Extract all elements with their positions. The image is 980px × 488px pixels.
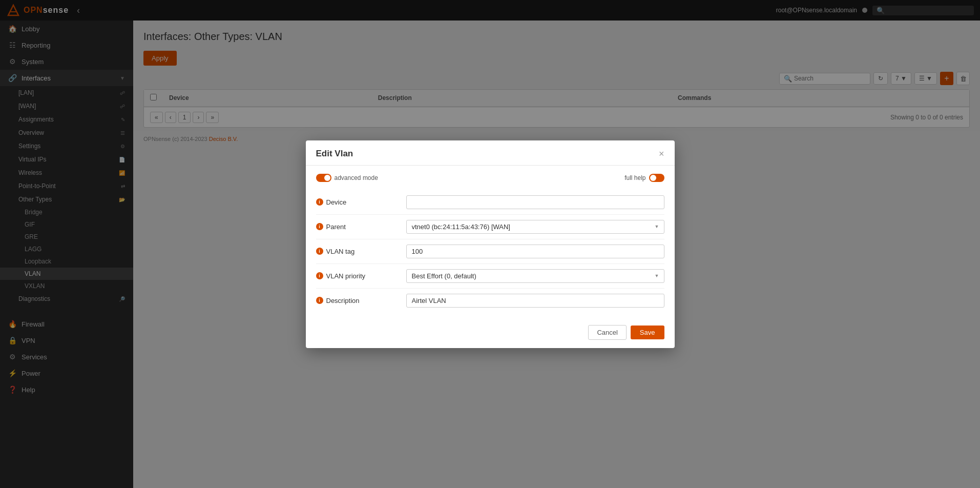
- device-label: Device: [326, 198, 347, 206]
- vlan-tag-label-col: i VLAN tag: [316, 245, 398, 255]
- device-control-col: [406, 195, 664, 209]
- device-field-row: i Device: [316, 190, 664, 215]
- modal-topbar: advanced mode full help: [316, 174, 664, 182]
- parent-field-row: i Parent vtnet0 (bc:24:11:5a:43:76) [WAN…: [316, 215, 664, 239]
- modal-overlay[interactable]: Edit Vlan × advanced mode full help: [0, 0, 980, 488]
- parent-label: Parent: [326, 223, 346, 231]
- parent-label-col: i Parent: [316, 220, 398, 231]
- description-label: Description: [326, 297, 360, 304]
- save-button[interactable]: Save: [631, 326, 664, 339]
- parent-select-wrap: vtnet0 (bc:24:11:5a:43:76) [WAN]: [406, 220, 664, 234]
- description-info-icon: i: [316, 297, 323, 304]
- modal-body: advanced mode full help i Device: [306, 166, 675, 321]
- vlan-tag-info-icon: i: [316, 248, 323, 255]
- modal-title: Edit Vlan: [316, 149, 353, 159]
- vlan-priority-info-icon: i: [316, 272, 323, 279]
- modal-footer: Cancel Save: [306, 321, 675, 340]
- advanced-mode-toggle[interactable]: advanced mode: [316, 174, 378, 182]
- full-help-toggle-switch[interactable]: [649, 174, 664, 182]
- description-input[interactable]: [406, 294, 664, 308]
- modal-close-button[interactable]: ×: [659, 149, 664, 158]
- vlan-priority-control-col: Best Effort (0, default): [406, 269, 664, 283]
- toggle-dot: [324, 175, 330, 181]
- vlan-priority-field-row: i VLAN priority Best Effort (0, default): [316, 264, 664, 289]
- full-help-label: full help: [624, 174, 645, 181]
- vlan-tag-control-col: [406, 245, 664, 258]
- description-label-col: i Description: [316, 294, 398, 304]
- vlan-tag-field-row: i VLAN tag: [316, 239, 664, 264]
- description-field-row: i Description: [316, 289, 664, 313]
- advanced-mode-toggle-switch[interactable]: [316, 174, 331, 182]
- parent-select[interactable]: vtnet0 (bc:24:11:5a:43:76) [WAN]: [406, 220, 664, 234]
- vlan-tag-label: VLAN tag: [326, 248, 355, 255]
- vlan-priority-label-col: i VLAN priority: [316, 269, 398, 280]
- vlan-priority-select[interactable]: Best Effort (0, default): [406, 269, 664, 283]
- vlan-tag-input[interactable]: [406, 245, 664, 258]
- vlan-priority-select-wrap: Best Effort (0, default): [406, 269, 664, 283]
- advanced-mode-label: advanced mode: [335, 174, 378, 181]
- cancel-button[interactable]: Cancel: [588, 325, 626, 340]
- description-control-col: [406, 294, 664, 308]
- parent-info-icon: i: [316, 223, 323, 230]
- full-help-toggle[interactable]: full help: [624, 174, 664, 182]
- vlan-priority-label: VLAN priority: [326, 272, 366, 280]
- full-help-toggle-dot: [650, 175, 656, 181]
- device-input[interactable]: [406, 195, 664, 209]
- edit-vlan-modal: Edit Vlan × advanced mode full help: [306, 140, 675, 348]
- parent-control-col: vtnet0 (bc:24:11:5a:43:76) [WAN]: [406, 220, 664, 234]
- device-label-col: i Device: [316, 195, 398, 206]
- modal-header: Edit Vlan ×: [306, 140, 675, 166]
- device-info-icon: i: [316, 198, 323, 206]
